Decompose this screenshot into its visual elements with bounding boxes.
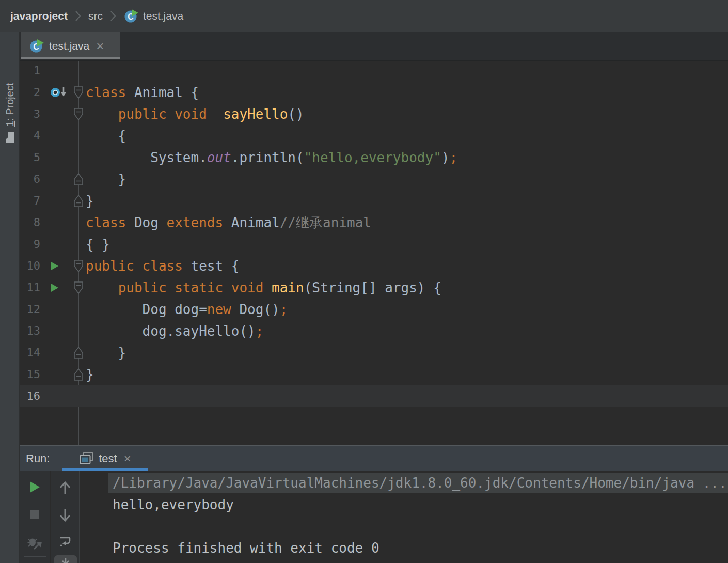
code-text: dog.sayHello(); xyxy=(86,320,263,342)
run-toolbar-console xyxy=(51,471,80,563)
code-line-12: 12 Dog dog=new Dog(); xyxy=(20,299,728,320)
code-text: public void sayHello() xyxy=(86,103,304,125)
ide-window: javaprojectsrcCtest.java 1: Project Stru… xyxy=(0,0,728,563)
scroll-end-icon xyxy=(60,557,71,563)
code-text: public static void main(String[] args) { xyxy=(86,277,441,299)
code-line-5: 5 System.out.println("hello,everybody"); xyxy=(20,147,728,168)
code-line-7: 7} xyxy=(20,190,728,212)
code-line-11: 11 public static void main(String[] args… xyxy=(20,277,728,299)
fold-start-icon[interactable] xyxy=(73,82,84,103)
code-text: } xyxy=(86,168,126,190)
code-text: } xyxy=(86,364,94,385)
run-tab-test[interactable]: test × xyxy=(62,446,148,472)
breadcrumb-item-javaproject[interactable]: javaproject xyxy=(10,10,68,22)
code-editor[interactable]: 12class Animal {3 public void sayHello()… xyxy=(20,61,728,445)
fold-end-icon[interactable] xyxy=(73,342,84,364)
stop-button[interactable] xyxy=(20,509,50,520)
project-tool-label: 1: Project xyxy=(4,83,16,127)
code-line-2: 2class Animal { xyxy=(20,82,728,103)
tab-test-java[interactable]: C test.java × xyxy=(21,32,120,59)
active-tab-underline xyxy=(21,57,120,59)
code-line-16: 16 xyxy=(20,385,728,407)
console-command-line: /Library/Java/JavaVirtualMachines/jdk1.8… xyxy=(80,472,728,494)
code-text: } xyxy=(86,342,126,364)
fold-end-icon[interactable] xyxy=(73,364,84,385)
code-line-6: 6 } xyxy=(20,168,728,190)
code-line-3: 3 public void sayHello() xyxy=(20,103,728,125)
run-toolbar-main xyxy=(20,471,50,563)
code-text: } xyxy=(86,190,94,212)
arrow-down-icon xyxy=(57,507,73,524)
code-line-15: 15} xyxy=(20,364,728,385)
code-line-8: 8class Dog extends Animal//继承animal xyxy=(20,212,728,233)
fold-start-icon[interactable] xyxy=(73,255,84,277)
line-number: 9 xyxy=(20,233,40,255)
run-console-output[interactable]: /Library/Java/JavaVirtualMachines/jdk1.8… xyxy=(80,471,728,563)
line-number: 8 xyxy=(20,212,40,233)
console-output-line: hello,everybody xyxy=(80,494,728,515)
line-number: 7 xyxy=(20,190,40,212)
code-text: System.out.println("hello,everybody"); xyxy=(86,147,457,168)
breadcrumb-chevron-icon xyxy=(75,10,81,22)
tab-label: test.java xyxy=(49,40,89,52)
line-number: 11 xyxy=(20,277,40,299)
breadcrumb-item-src[interactable]: src xyxy=(88,10,103,22)
toolbar-separator xyxy=(24,556,46,557)
fold-start-icon[interactable] xyxy=(73,103,84,125)
tool-window-strip: 1: Project Structure xyxy=(0,32,20,563)
line-number: 16 xyxy=(20,385,40,407)
breadcrumb: javaprojectsrcCtest.java xyxy=(0,0,728,32)
code-text: { } xyxy=(86,233,110,255)
code-text: class Dog extends Animal//继承animal xyxy=(86,212,371,233)
fold-start-icon[interactable] xyxy=(73,277,84,299)
code-text: class Animal { xyxy=(86,82,199,103)
soft-wrap-button[interactable] xyxy=(51,535,79,549)
breadcrumb-chevron-icon xyxy=(110,10,116,22)
line-number: 3 xyxy=(20,103,40,125)
code-line-14: 14 } xyxy=(20,342,728,364)
fold-end-icon[interactable] xyxy=(73,190,84,212)
breadcrumb-item-test-java[interactable]: Ctest.java xyxy=(123,8,183,24)
line-number: 13 xyxy=(20,320,40,342)
code-line-9: 9{ } xyxy=(20,233,728,255)
scroll-to-end-button[interactable] xyxy=(54,555,77,563)
code-line-10: 10public class test { xyxy=(20,255,728,277)
rerun-button[interactable] xyxy=(20,480,50,494)
code-line-13: 13 dog.sayHello(); xyxy=(20,320,728,342)
editor-tab-strip: C test.java × xyxy=(20,32,728,61)
tab-close-icon[interactable]: × xyxy=(96,41,104,51)
code-text: { xyxy=(86,125,126,147)
up-the-stack-trace-button[interactable] xyxy=(51,479,79,496)
line-number: 5 xyxy=(20,147,40,168)
restart-debug-button[interactable] xyxy=(20,536,50,551)
fold-end-icon[interactable] xyxy=(73,168,84,190)
sidebar-item-project[interactable]: 1: Project xyxy=(2,68,18,143)
down-the-stack-trace-button[interactable] xyxy=(51,507,79,524)
java-class-icon: C xyxy=(29,38,44,54)
run-panel-title: Run: xyxy=(26,446,50,472)
soft-wrap-icon xyxy=(58,535,72,549)
play-icon xyxy=(28,480,41,494)
line-number: 15 xyxy=(20,364,40,385)
java-class-icon: C xyxy=(123,8,139,24)
run-panel-body: /Library/Java/JavaVirtualMachines/jdk1.8… xyxy=(20,471,728,563)
console-output-line: Process finished with exit code 0 xyxy=(80,537,728,559)
code-line-1: 1 xyxy=(20,61,728,82)
line-number: 10 xyxy=(20,255,40,277)
code-text: public class test { xyxy=(86,255,239,277)
stop-icon xyxy=(29,509,40,520)
line-number: 4 xyxy=(20,125,40,147)
run-tab-label: test xyxy=(99,452,117,465)
line-number: 14 xyxy=(20,342,40,364)
line-number: 6 xyxy=(20,168,40,190)
run-console-icon xyxy=(80,452,94,465)
code-text: Dog dog=new Dog(); xyxy=(86,299,288,320)
run-tab-close-icon[interactable]: × xyxy=(124,453,131,464)
console-output-line xyxy=(80,515,728,537)
line-number: 2 xyxy=(20,82,40,103)
line-number: 1 xyxy=(20,61,40,82)
code-line-4: 4 { xyxy=(20,125,728,147)
arrow-up-icon xyxy=(57,479,73,496)
run-panel-header: Run: test × xyxy=(20,445,728,471)
folder-icon xyxy=(5,132,15,143)
